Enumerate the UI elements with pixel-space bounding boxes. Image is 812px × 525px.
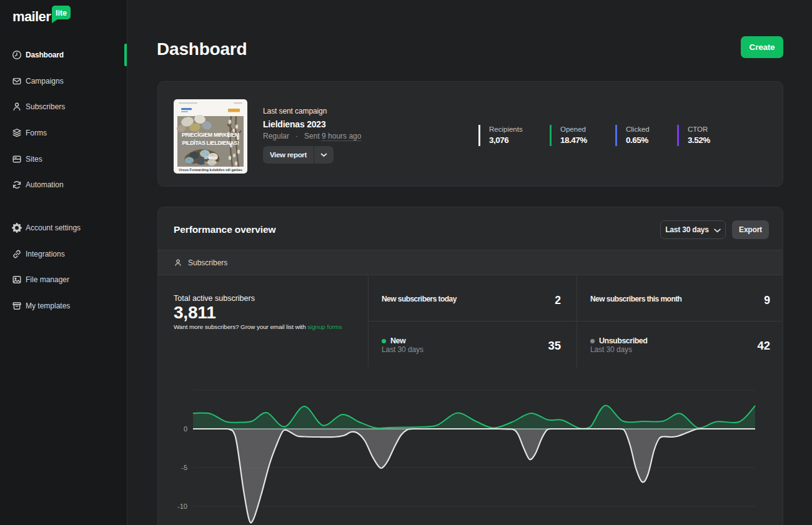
svg-text:Ursus Forwarding kolektīvs vēl: Ursus Forwarding kolektīvs vēl gaišas [179, 168, 242, 172]
svg-text:0: 0 [184, 425, 187, 433]
svg-text:forwarding: forwarding [204, 160, 217, 164]
svg-text:-10: -10 [177, 503, 187, 510]
svg-text:PRIECĪGIEM MIRKĻIEM: PRIECĪGIEM MIRKĻIEM [182, 132, 239, 138]
svg-text:mailer: mailer [12, 9, 51, 24]
svg-text:lite: lite [56, 9, 67, 17]
svg-text:APRAVS: APRAVS [204, 156, 217, 160]
svg-text:-5: -5 [181, 464, 187, 471]
svg-text:PILDĪTAS LIELDIENAS!: PILDĪTAS LIELDIENAS! [182, 140, 239, 146]
